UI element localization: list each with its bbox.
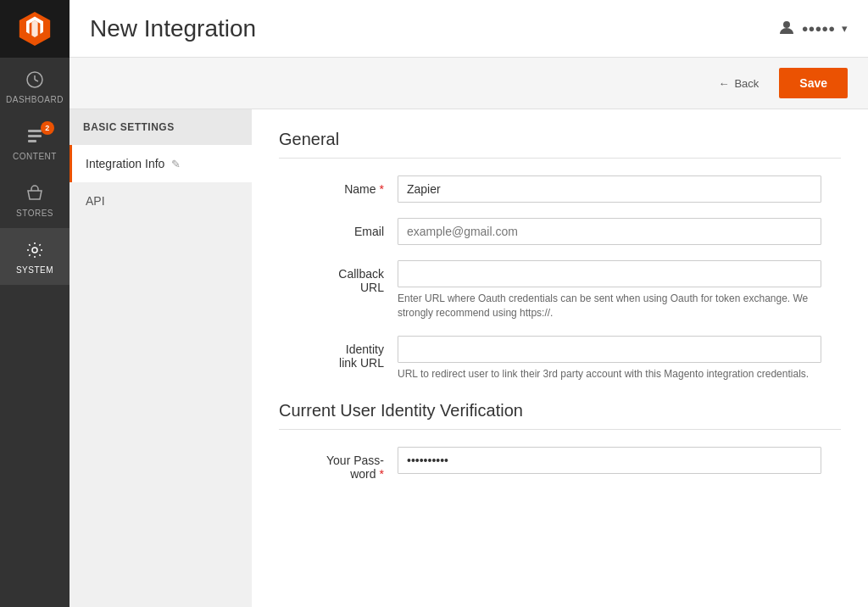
identity-link-url-field-row: Identitylink URL URL to redirect user to… — [279, 336, 841, 381]
svg-point-4 — [32, 248, 37, 253]
sidebar-item-stores-label: STORES — [16, 209, 53, 218]
password-input[interactable] — [398, 447, 821, 474]
sidebar-item-content[interactable]: CONTENT 2 — [0, 114, 70, 171]
back-button[interactable]: ← Back — [708, 70, 769, 97]
password-required-star: * — [380, 467, 384, 481]
sidebar-item-stores[interactable]: STORES — [0, 171, 70, 228]
callback-url-field-row: CallbackURL Enter URL where Oauth creden… — [279, 260, 841, 320]
menu-item-integration-info[interactable]: Integration Info ✎ — [70, 145, 252, 182]
name-input-wrap — [398, 175, 821, 203]
stores-icon — [23, 181, 47, 205]
password-field-row: Your Pass-word* — [279, 447, 841, 481]
page-title: New Integration — [90, 15, 256, 42]
callback-url-input-wrap: Enter URL where Oauth credentials can be… — [398, 260, 821, 320]
menu-item-api[interactable]: API — [70, 182, 252, 220]
back-arrow-icon: ← — [718, 77, 729, 90]
identity-link-url-label: Identitylink URL — [279, 336, 398, 370]
user-menu[interactable]: ●●●●● ▾ — [778, 19, 848, 38]
sidebar-item-system-label: SYSTEM — [16, 265, 53, 275]
callback-url-input[interactable] — [398, 260, 821, 287]
save-button[interactable]: Save — [779, 68, 848, 98]
basic-settings-header: BASIC SETTINGS — [70, 109, 252, 145]
identity-link-url-input-wrap: URL to redirect user to link their 3rd p… — [398, 336, 821, 381]
general-section-title: General — [279, 130, 841, 159]
username-label: ●●●●● — [802, 22, 835, 35]
email-input[interactable] — [398, 218, 821, 245]
verification-section-title: Current User Identity Verification — [279, 401, 841, 430]
form-area: General Name* Email — [252, 109, 868, 607]
content-badge: 2 — [41, 121, 54, 135]
dashboard-icon — [23, 68, 47, 92]
system-icon — [23, 238, 47, 262]
api-label: API — [86, 194, 105, 208]
password-label: Your Pass-word* — [279, 447, 398, 481]
callback-url-hint: Enter URL where Oauth credentials can be… — [398, 292, 821, 320]
logo — [0, 0, 70, 58]
password-input-wrap — [398, 447, 821, 474]
sidebar-item-dashboard-label: DASHBOARD — [6, 95, 64, 104]
callback-url-label: CallbackURL — [279, 260, 398, 294]
name-required-star: * — [380, 182, 384, 196]
identity-link-url-input[interactable] — [398, 336, 821, 363]
user-dropdown-icon: ▾ — [842, 22, 848, 35]
back-label: Back — [734, 77, 759, 90]
sidebar: DASHBOARD CONTENT 2 STORES SYSTEM — [0, 0, 70, 607]
email-field-row: Email — [279, 218, 841, 245]
edit-icon: ✎ — [171, 158, 181, 170]
email-label: Email — [279, 218, 398, 238]
sidebar-item-dashboard[interactable]: DASHBOARD — [0, 58, 70, 114]
header: New Integration ●●●●● ▾ — [70, 0, 868, 58]
toolbar: ← Back Save — [70, 58, 868, 109]
name-label: Name* — [279, 175, 398, 196]
sidebar-item-content-label: CONTENT — [13, 152, 57, 161]
svg-rect-2 — [28, 135, 42, 137]
identity-link-url-hint: URL to redirect user to link their 3rd p… — [398, 367, 821, 381]
name-input[interactable] — [398, 175, 821, 203]
svg-rect-3 — [28, 140, 36, 142]
svg-rect-1 — [28, 130, 42, 132]
main-content: New Integration ●●●●● ▾ ← Back Save BASI… — [70, 0, 868, 607]
user-avatar-icon — [778, 19, 795, 38]
content-area: BASIC SETTINGS Integration Info ✎ API Ge… — [70, 109, 868, 607]
magento-logo-icon — [18, 12, 52, 46]
svg-point-5 — [783, 21, 790, 28]
sidebar-item-system[interactable]: SYSTEM — [0, 228, 70, 285]
integration-info-label: Integration Info — [86, 157, 164, 170]
left-panel: BASIC SETTINGS Integration Info ✎ API — [70, 109, 252, 607]
email-input-wrap — [398, 218, 821, 245]
name-field-row: Name* — [279, 175, 841, 203]
